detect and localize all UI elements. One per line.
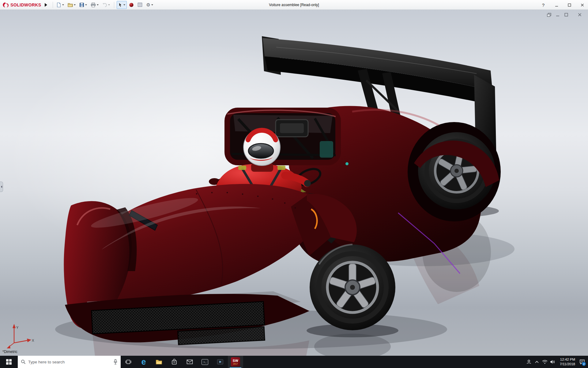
microphone-icon[interactable]: [113, 359, 118, 365]
dropdown-arrow-icon[interactable]: [123, 4, 125, 6]
system-tray: 12:42 PM 7/11/2018 2: [525, 356, 588, 368]
doc-close-button[interactable]: [577, 12, 582, 17]
cyan-detail-dot: [345, 162, 349, 165]
undo-button[interactable]: [101, 1, 111, 9]
triad-y-label: Y: [16, 326, 19, 329]
toolbar-flyout-arrow[interactable]: [45, 3, 47, 7]
3d-model-scene[interactable]: Y X: [0, 10, 588, 356]
file-explorer-icon[interactable]: [151, 356, 167, 368]
orientation-triad[interactable]: Y X: [7, 324, 34, 348]
folder-icon: [156, 359, 162, 365]
clock-time: 12:42 PM: [560, 357, 575, 362]
open-folder-icon: [68, 2, 73, 7]
doc-maximize-button[interactable]: [564, 12, 569, 17]
action-center-icon[interactable]: 2: [578, 356, 586, 368]
media-app-icon[interactable]: [213, 356, 228, 368]
title-bar: SOLIDWORKS: [0, 0, 588, 10]
dropdown-arrow-icon[interactable]: [151, 4, 153, 6]
doc-minimize-button[interactable]: [555, 12, 560, 17]
taskbar-clock[interactable]: 12:42 PM 7/11/2018: [560, 357, 575, 366]
dropdown-arrow-icon[interactable]: [97, 4, 99, 6]
mail-icon[interactable]: [182, 356, 197, 368]
new-document-icon: [56, 2, 61, 7]
windows-logo-icon: [6, 359, 12, 365]
network-icon[interactable]: [541, 356, 549, 368]
car-model[interactable]: [64, 36, 501, 349]
view-orientation-label: *Dimetric: [2, 350, 17, 354]
brand-text: SOLIDWORKS: [10, 2, 41, 7]
close-button[interactable]: [578, 1, 586, 9]
console-window-icon: >_: [202, 359, 208, 365]
save-floppy-icon: [79, 2, 84, 7]
clock-date: 7/11/2018: [560, 362, 575, 366]
task-view-icon: [125, 359, 132, 365]
desktop: SOLIDWORKS: [0, 0, 588, 368]
front-wheel[interactable]: [310, 244, 395, 330]
taskbar-search[interactable]: [18, 356, 121, 368]
start-button[interactable]: [0, 356, 18, 368]
close-icon: [581, 3, 584, 7]
document-window-controls: [546, 12, 582, 17]
print-button[interactable]: [89, 1, 100, 9]
maximize-icon: [564, 13, 568, 17]
dropdown-arrow-icon[interactable]: [74, 4, 76, 6]
design-table-icon: [138, 2, 142, 7]
standard-toolbar: ⚙: [55, 1, 154, 9]
maximize-button[interactable]: [565, 1, 573, 9]
appearance-button[interactable]: [127, 1, 135, 9]
hidden-icons-chevron[interactable]: [533, 356, 541, 368]
chevron-left-icon: [1, 186, 2, 188]
solidworks-taskbar-icon[interactable]: SW 2017: [228, 356, 243, 368]
dropdown-arrow-icon[interactable]: [85, 4, 87, 6]
dropdown-arrow-icon[interactable]: [62, 4, 64, 6]
dropdown-arrow-icon[interactable]: [108, 4, 110, 6]
notification-badge: 2: [582, 362, 586, 366]
print-icon: [91, 2, 96, 7]
ds-logo-icon: [2, 2, 9, 8]
maximize-icon: [568, 3, 571, 7]
select-cursor-icon: [118, 2, 123, 7]
toolbar-separator: [114, 2, 114, 8]
store-icon[interactable]: [167, 356, 182, 368]
select-tool-button[interactable]: [117, 1, 127, 9]
helmet-visor: [248, 144, 273, 158]
edge-browser-icon[interactable]: e: [136, 356, 151, 368]
options-gear-icon: ⚙: [146, 2, 150, 7]
edge-letter: e: [141, 357, 146, 367]
console-app-icon[interactable]: >_: [197, 356, 213, 368]
solidworks-logo: SOLIDWORKS: [0, 2, 43, 8]
triad-x-label: X: [32, 339, 34, 342]
help-button[interactable]: ?: [542, 2, 545, 8]
panel-collapse-tab[interactable]: [0, 182, 3, 192]
close-icon: [578, 13, 582, 17]
people-icon[interactable]: [525, 356, 533, 368]
undo-arrow-icon: [102, 3, 107, 7]
solidworks-app-badge: SW 2017: [231, 357, 240, 366]
shopping-bag-icon: [171, 359, 177, 365]
envelope-icon: [187, 359, 193, 364]
design-table-button[interactable]: [136, 1, 144, 9]
minimize-icon: [555, 3, 558, 7]
minimize-icon: [556, 13, 560, 17]
search-icon: [21, 359, 26, 364]
document-title: Voiture assemblee [Read-only]: [269, 3, 319, 7]
new-document-button[interactable]: [55, 1, 66, 9]
open-button[interactable]: [66, 1, 77, 9]
doc-restore-button[interactable]: [546, 12, 552, 17]
media-player-icon: [217, 359, 224, 365]
taskbar: e >_: [0, 356, 588, 368]
options-button[interactable]: ⚙: [145, 1, 154, 9]
minimize-button[interactable]: [552, 1, 560, 9]
volume-icon[interactable]: [549, 356, 557, 368]
window-controls: ?: [542, 0, 586, 10]
search-input[interactable]: [28, 360, 111, 364]
toolbar-separator: [53, 2, 53, 8]
graphics-viewport[interactable]: Y X *Dimetric: [0, 10, 588, 356]
task-view-button[interactable]: [121, 356, 136, 368]
save-button[interactable]: [78, 1, 89, 9]
restore-down-icon: [547, 13, 551, 17]
appearance-sphere-icon: [129, 2, 134, 7]
